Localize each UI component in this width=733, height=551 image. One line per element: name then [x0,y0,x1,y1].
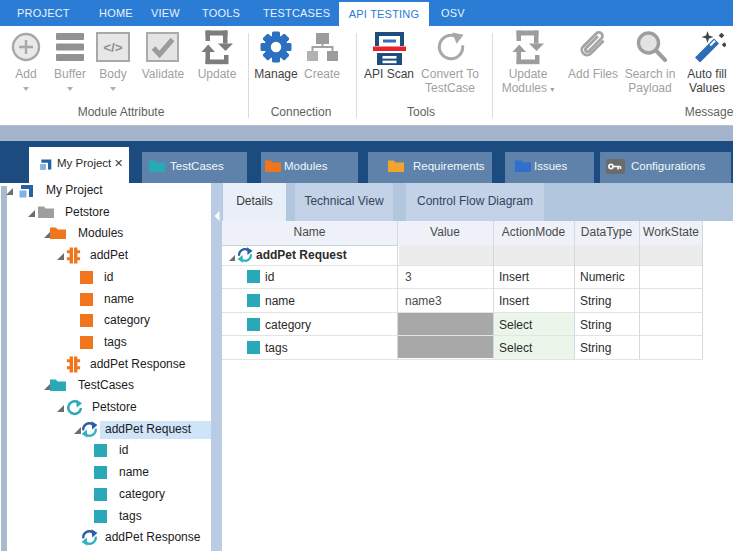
svg-text:</>: </> [103,40,123,55]
